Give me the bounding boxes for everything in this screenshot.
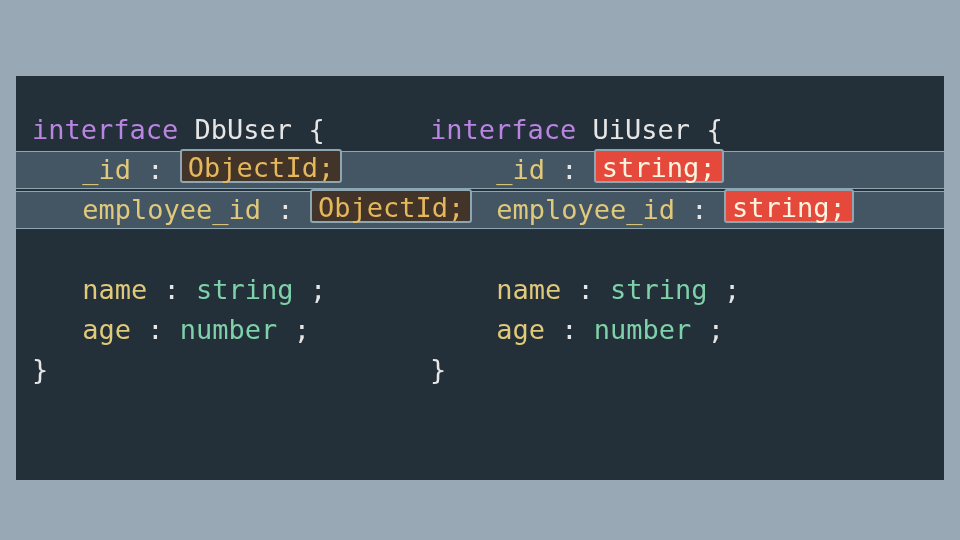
prop-id-right: _id	[496, 154, 545, 185]
semicolon: ;	[724, 274, 740, 305]
semicolon: ;	[310, 274, 326, 305]
colon: :	[164, 274, 180, 305]
diff-id-new: string;	[594, 149, 724, 183]
code-line: interface UiUser {	[430, 110, 854, 150]
prop-age-right: age	[496, 314, 545, 345]
blank-line	[32, 230, 472, 270]
prop-employee-left: employee_id	[82, 194, 261, 225]
code-line: _id : ObjectId;	[32, 150, 472, 190]
colon: :	[147, 314, 163, 345]
code-line: interface DbUser {	[32, 110, 472, 150]
diff-employee-new: string;	[724, 189, 854, 223]
brace-open: {	[706, 114, 722, 145]
keyword-interface: interface	[32, 114, 178, 145]
brace-close: }	[32, 354, 48, 385]
type-name-right: UiUser	[593, 114, 691, 145]
prop-name-right: name	[496, 274, 561, 305]
code-line: }	[430, 350, 854, 390]
type-string: string	[610, 274, 708, 305]
colon: :	[691, 194, 707, 225]
code-pane-right: interface UiUser { _id : string; employe…	[430, 76, 854, 480]
code-line: employee_id : string;	[430, 190, 854, 230]
prop-employee-right: employee_id	[496, 194, 675, 225]
diff-id-old: ObjectId;	[180, 149, 342, 183]
code-comparison-panel: interface DbUser { _id : ObjectId; emplo…	[16, 76, 944, 480]
blank-line	[430, 230, 854, 270]
colon: :	[147, 154, 163, 185]
code-pane-left: interface DbUser { _id : ObjectId; emplo…	[32, 76, 472, 480]
colon: :	[561, 314, 577, 345]
prop-age-left: age	[82, 314, 131, 345]
colon: :	[578, 274, 594, 305]
type-number: number	[594, 314, 692, 345]
brace-close: }	[430, 354, 446, 385]
colon: :	[277, 194, 293, 225]
code-line: employee_id : ObjectId;	[32, 190, 472, 230]
type-string: string	[196, 274, 294, 305]
keyword-interface: interface	[430, 114, 576, 145]
code-line: name : string ;	[430, 270, 854, 310]
code-line: _id : string;	[430, 150, 854, 190]
colon: :	[561, 154, 577, 185]
code-line: name : string ;	[32, 270, 472, 310]
type-number: number	[180, 314, 278, 345]
brace-open: {	[308, 114, 324, 145]
code-line: }	[32, 350, 472, 390]
code-line: age : number ;	[32, 310, 472, 350]
code-line: age : number ;	[430, 310, 854, 350]
prop-id-left: _id	[82, 154, 131, 185]
type-name-left: DbUser	[195, 114, 293, 145]
semicolon: ;	[708, 314, 724, 345]
semicolon: ;	[294, 314, 310, 345]
prop-name-left: name	[82, 274, 147, 305]
